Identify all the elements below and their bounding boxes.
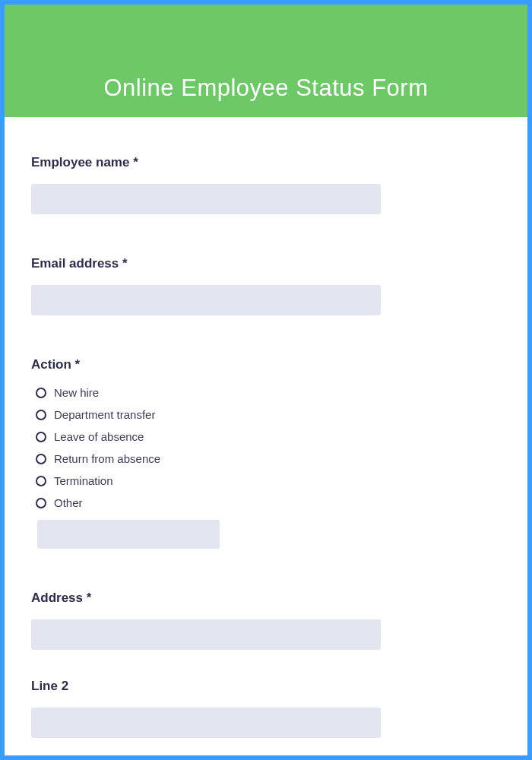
address-input[interactable] — [31, 619, 381, 650]
radio-label: Leave of absence — [54, 430, 144, 443]
action-other-input[interactable] — [37, 520, 220, 549]
radio-input[interactable] — [36, 432, 46, 442]
radio-option-department-transfer[interactable]: Department transfer — [36, 408, 501, 421]
radio-label: New hire — [54, 386, 99, 399]
radio-option-new-hire[interactable]: New hire — [36, 386, 501, 399]
form-page: Online Employee Status Form Employee nam… — [5, 5, 527, 755]
line2-label: Line 2 — [31, 679, 501, 694]
form-title: Online Employee Status Form — [103, 74, 428, 102]
radio-input[interactable] — [36, 454, 46, 464]
email-field: Email address * — [31, 256, 501, 315]
address-label: Address * — [31, 591, 501, 606]
radio-input[interactable] — [36, 388, 46, 398]
radio-input[interactable] — [36, 410, 46, 420]
radio-option-termination[interactable]: Termination — [36, 474, 501, 487]
radio-input[interactable] — [36, 476, 46, 486]
line2-field: Line 2 — [31, 679, 501, 738]
address-field: Address * — [31, 591, 501, 650]
radio-label: Department transfer — [54, 408, 155, 421]
employee-name-label: Employee name * — [31, 155, 501, 170]
action-label: Action * — [31, 357, 501, 372]
radio-option-leave-of-absence[interactable]: Leave of absence — [36, 430, 501, 443]
line2-input[interactable] — [31, 708, 381, 738]
form-body: Employee name * Email address * Action *… — [5, 117, 527, 738]
employee-name-input[interactable] — [31, 184, 381, 214]
radio-label: Return from absence — [54, 452, 160, 465]
radio-label: Termination — [54, 474, 113, 487]
radio-input[interactable] — [36, 498, 46, 508]
email-input[interactable] — [31, 285, 381, 315]
radio-label: Other — [54, 496, 83, 509]
action-field: Action * New hire Department transfer Le… — [31, 357, 501, 549]
action-radio-group: New hire Department transfer Leave of ab… — [31, 386, 501, 549]
radio-option-other[interactable]: Other — [36, 496, 501, 509]
email-label: Email address * — [31, 256, 501, 271]
employee-name-field: Employee name * — [31, 155, 501, 214]
radio-option-return-from-absence[interactable]: Return from absence — [36, 452, 501, 465]
form-header: Online Employee Status Form — [5, 5, 527, 117]
